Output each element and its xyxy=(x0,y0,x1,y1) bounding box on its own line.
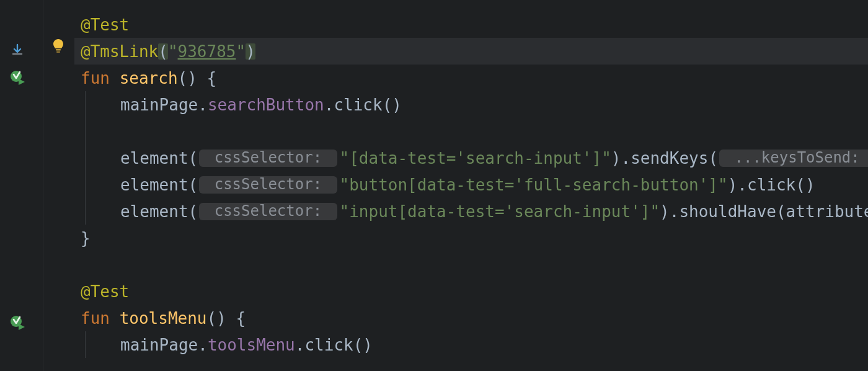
parens: () xyxy=(383,97,402,113)
dot: . xyxy=(670,203,680,220)
code-blank-line[interactable] xyxy=(74,118,868,145)
tms-link-id[interactable]: 936785 xyxy=(178,43,236,60)
run-test-gutter-icon[interactable] xyxy=(9,69,26,86)
parameter-hint: cssSelector: xyxy=(199,150,337,167)
method-call: shouldHave xyxy=(679,203,776,220)
dot: . xyxy=(198,337,208,353)
editor-gutter xyxy=(0,0,43,371)
function-call: element xyxy=(120,150,188,166)
method-call: sendKeys xyxy=(631,150,708,166)
code-line[interactable]: mainPage.toolsMenu.click() xyxy=(74,331,868,358)
method-call: click xyxy=(304,337,353,353)
parens: () xyxy=(178,70,197,86)
parens: () xyxy=(207,310,226,326)
code-line[interactable]: @Test xyxy=(74,278,868,305)
keyword-fun: fun xyxy=(81,310,110,326)
paren-close: ) xyxy=(611,150,621,166)
dot: . xyxy=(198,97,208,113)
property: searchButton xyxy=(208,97,324,113)
string-literal: "button[data-test='full-search-button']" xyxy=(340,177,728,193)
keyword-fun: fun xyxy=(81,70,110,86)
paren-open: ( xyxy=(188,150,198,166)
annotation: @Test xyxy=(81,284,129,300)
property: toolsMenu xyxy=(208,337,295,353)
code-viewport[interactable]: @Test @TmsLink("936785") fun search() { … xyxy=(74,0,868,371)
brace-close: } xyxy=(81,230,91,246)
paren-close: ) xyxy=(728,177,738,193)
paren-open: ( xyxy=(708,150,718,166)
code-line[interactable]: fun toolsMenu() { xyxy=(74,305,868,331)
paren-open: ( xyxy=(188,203,198,220)
dot: . xyxy=(295,337,305,353)
paren-close: ) xyxy=(660,203,670,220)
code-line[interactable]: fun search() { xyxy=(74,65,868,91)
function-name: search xyxy=(120,70,178,86)
string-literal: "input[data-test='search-input']" xyxy=(340,203,660,220)
method-call: click xyxy=(747,177,795,193)
code-line[interactable]: mainPage.searchButton.click() xyxy=(74,91,868,118)
parameter-hint: cssSelector: xyxy=(199,176,337,194)
function-name: toolsMenu xyxy=(120,310,207,326)
code-line[interactable]: } xyxy=(74,225,868,251)
string-literal: "[data-test='search-input']" xyxy=(340,150,611,166)
run-test-gutter-icon[interactable] xyxy=(9,314,26,331)
download-gutter-icon[interactable] xyxy=(9,42,26,59)
brace-open: { xyxy=(197,70,216,86)
annotation: @Test xyxy=(81,17,129,33)
string-quote: " xyxy=(168,43,178,60)
dot: . xyxy=(621,150,631,166)
code-line[interactable]: element( cssSelector: "button[data-test=… xyxy=(74,171,868,198)
paren-open: ( xyxy=(158,43,168,60)
function-call: attribute xyxy=(786,203,868,220)
function-call: element xyxy=(120,177,188,193)
receiver: mainPage xyxy=(120,97,198,113)
function-call: element xyxy=(120,203,188,220)
annotation-column xyxy=(43,0,74,371)
code-blank-line[interactable] xyxy=(74,251,868,278)
code-line[interactable]: @Test xyxy=(74,11,868,38)
parens: () xyxy=(353,337,373,353)
string-quote: " xyxy=(236,43,246,60)
svg-rect-3 xyxy=(56,51,60,53)
paren-open: ( xyxy=(776,203,786,220)
dot: . xyxy=(737,177,747,193)
code-line[interactable]: element( cssSelector: "input[data-test='… xyxy=(74,198,868,225)
receiver: mainPage xyxy=(120,337,198,353)
dot: . xyxy=(324,97,334,113)
intention-bulb-icon[interactable] xyxy=(50,37,67,55)
parens: () xyxy=(795,177,815,193)
paren-open: ( xyxy=(188,177,198,193)
parameter-hint: ...keysToSend: xyxy=(719,150,868,167)
code-line-highlighted[interactable]: @TmsLink("936785") xyxy=(74,38,868,65)
editor-root: @Test @TmsLink("936785") fun search() { … xyxy=(0,0,868,371)
paren-close: ) xyxy=(246,43,255,60)
code-line[interactable]: element( cssSelector: "[data-test='searc… xyxy=(74,145,868,171)
svg-rect-2 xyxy=(56,49,61,51)
code-line xyxy=(74,0,868,11)
method-call: click xyxy=(334,97,382,113)
parameter-hint: cssSelector: xyxy=(199,203,337,220)
annotation: @TmsLink xyxy=(81,43,158,60)
brace-open: { xyxy=(226,310,246,326)
